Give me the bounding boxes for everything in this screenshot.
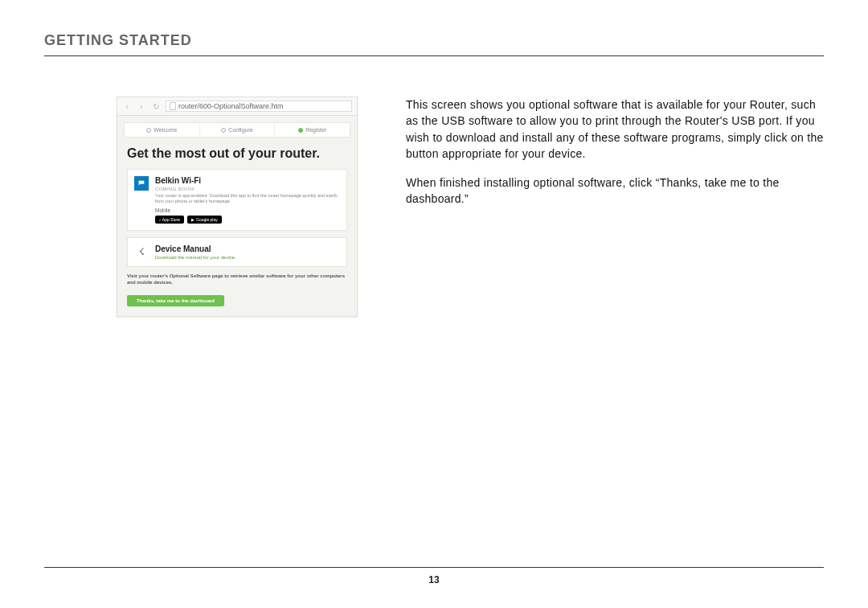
url-field: router/600-OptionalSoftware.htm xyxy=(166,101,352,112)
tab-label: Register xyxy=(305,127,326,133)
dashboard-button: Thanks, take me to the dashboard xyxy=(127,295,224,306)
screenshot-body: Get the most out of your router. Belkin … xyxy=(117,138,357,316)
instruction-column: This screen shows you optional software … xyxy=(406,97,824,317)
instruction-paragraph-1: This screen shows you optional software … xyxy=(406,97,824,162)
reload-icon: ↻ xyxy=(151,101,161,111)
card-title: Device Manual xyxy=(155,244,340,253)
manual-icon: ☇ xyxy=(134,244,149,259)
tab-label: Welcome xyxy=(154,127,177,133)
manual-download-link: Download the manual for your device. xyxy=(155,255,340,260)
forward-icon: › xyxy=(137,101,146,111)
card-content: Device Manual Download the manual for yo… xyxy=(155,244,340,260)
googleplay-label: Google play xyxy=(196,217,218,222)
divider-bottom xyxy=(44,567,824,568)
tab-welcome: Welcome xyxy=(125,123,200,137)
radio-icon xyxy=(221,128,226,133)
tab-configure: Configure xyxy=(200,123,276,137)
content-row: ‹ › ↻ router/600-OptionalSoftware.htm We… xyxy=(44,97,824,317)
mobile-label: Mobile xyxy=(155,207,340,213)
radio-icon xyxy=(146,128,151,133)
card-content: Belkin Wi-Fi COMING SOON! Your router is… xyxy=(155,176,340,224)
wifi-app-icon xyxy=(134,176,149,191)
card-device-manual: ☇ Device Manual Download the manual for … xyxy=(127,237,347,267)
store-buttons:  App Store ▶ Google play xyxy=(155,216,340,224)
section-title: GETTING STARTED xyxy=(44,32,824,49)
apple-icon:  xyxy=(159,217,161,222)
screenshot-heading: Get the most out of your router. xyxy=(127,146,347,161)
tab-label: Configure xyxy=(228,127,252,133)
url-text: router/600-OptionalSoftware.htm xyxy=(178,102,284,110)
appstore-label: App Store xyxy=(162,217,180,222)
screenshot-footnote: Visit your router's Optional Software pa… xyxy=(127,273,347,286)
tab-register: Register xyxy=(275,123,350,137)
card-title: Belkin Wi-Fi xyxy=(155,176,340,185)
network-icon: ☇ xyxy=(139,246,145,257)
card-description: Your router is app-enabled. Download thi… xyxy=(155,193,340,204)
card-subtitle: COMING SOON! xyxy=(155,187,340,191)
router-screenshot: ‹ › ↻ router/600-OptionalSoftware.htm We… xyxy=(117,97,358,317)
radio-icon xyxy=(298,128,303,133)
divider-top xyxy=(44,55,824,56)
chat-icon xyxy=(137,179,145,187)
page-icon xyxy=(170,102,176,110)
instruction-paragraph-2: When finished installing optional softwa… xyxy=(406,175,824,207)
card-belkin-wifi: Belkin Wi-Fi COMING SOON! Your router is… xyxy=(127,169,347,231)
googleplay-button: ▶ Google play xyxy=(187,216,222,224)
page-number: 13 xyxy=(0,574,868,585)
browser-address-bar: ‹ › ↻ router/600-OptionalSoftware.htm xyxy=(117,97,357,116)
screenshot-column: ‹ › ↻ router/600-OptionalSoftware.htm We… xyxy=(44,97,366,317)
back-icon: ‹ xyxy=(122,101,132,111)
appstore-button:  App Store xyxy=(155,216,184,224)
play-icon: ▶ xyxy=(191,217,194,222)
wizard-tabs: Welcome Configure Register xyxy=(124,122,350,138)
